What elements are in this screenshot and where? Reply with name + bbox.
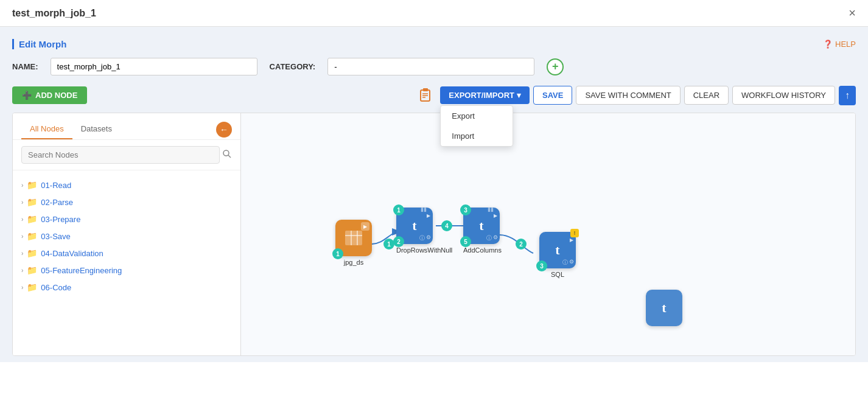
chevron-icon: › [21, 216, 23, 223]
workflow-history-button[interactable]: WORKFLOW HISTORY [732, 86, 835, 105]
list-item[interactable]: › 📁 01-Read [21, 176, 232, 194]
category-label: CATEGORY: [270, 62, 316, 71]
page-title: test_morph_job_1 [12, 8, 96, 19]
save-with-comment-button[interactable]: SAVE WITH COMMENT [576, 86, 680, 105]
node-addcols[interactable]: ▶ t 5 3 ▮▮ ⓘ ⚙ AddColumns [463, 208, 502, 254]
list-item[interactable]: › 📁 04-DataValidation [21, 245, 232, 262]
section-title: Edit Morph [12, 39, 66, 49]
list-item[interactable]: › 📁 02-Parse [21, 194, 232, 211]
svg-text:2: 2 [519, 241, 523, 248]
node-label-jpg-ds: jpg_ds [335, 259, 372, 266]
list-item[interactable]: › 📁 03-Prepare [21, 211, 232, 228]
node-label-addcols: AddColumns [463, 246, 502, 254]
folder-icon: 📁 [27, 180, 37, 190]
t-icon: t [662, 300, 666, 316]
node-list: › 📁 01-Read › 📁 02-Parse › 📁 03-Prepare … [13, 170, 240, 302]
svg-rect-1 [423, 88, 428, 91]
export-import-container: EXPORT/IMPORT ▾ Export Import [440, 86, 530, 104]
chevron-icon: › [21, 267, 23, 274]
content-area: All Nodes Datasets ← › 📁 [12, 113, 856, 356]
folder-icon: 📁 [27, 214, 37, 224]
node-item-label: 05-FeatureEngineering [41, 266, 122, 275]
add-node-button[interactable]: ➕ ADD NODE [12, 86, 87, 104]
node-item-label: 04-DataValidation [41, 249, 103, 258]
play-indicator: ▶ [494, 210, 497, 219]
edit-morph-header: Edit Morph ❓ HELP [12, 39, 856, 49]
folder-icon: 📁 [27, 265, 37, 275]
name-label: NAME: [12, 62, 38, 71]
table-icon [344, 229, 363, 246]
add-node-icon: ➕ [22, 91, 32, 100]
svg-point-5 [223, 150, 229, 156]
toolbar-row: ➕ ADD NODE EXPORT/IMPORT ▾ [12, 84, 856, 106]
chevron-icon: › [21, 199, 23, 206]
t-icon: t [412, 218, 416, 234]
folder-icon: 📁 [27, 231, 37, 241]
node-item-label: 06-Code [41, 283, 71, 292]
chevron-icon: › [21, 233, 23, 240]
upload-button[interactable]: ↑ [839, 86, 856, 105]
node-item-label: 01-Read [41, 181, 71, 190]
chevron-icon: › [21, 284, 23, 291]
play-indicator: ▶ [361, 222, 369, 231]
export-import-button[interactable]: EXPORT/IMPORT ▾ [440, 86, 530, 104]
node-label-droprows: DropRowsWithNull [396, 246, 445, 254]
chevron-icon: › [21, 250, 23, 257]
close-button[interactable]: × [849, 6, 856, 20]
collapse-sidebar-button[interactable]: ← [216, 122, 232, 138]
toolbar-right: EXPORT/IMPORT ▾ Export Import SAVE SAVE … [416, 84, 856, 106]
clear-button[interactable]: CLEAR [684, 86, 729, 105]
help-label: HELP [835, 40, 856, 49]
title-bar: test_morph_job_1 × [0, 0, 868, 27]
tab-all-nodes[interactable]: All Nodes [21, 119, 72, 139]
folder-icon: 📁 [27, 248, 37, 258]
list-item[interactable]: › 📁 05-FeatureEngineering [21, 262, 232, 279]
toolbar-left: ➕ ADD NODE [12, 86, 87, 104]
node-label-sql: SQL [539, 271, 576, 278]
search-button[interactable] [222, 149, 232, 161]
svg-line-6 [228, 155, 231, 158]
list-item[interactable]: › 📁 03-Save [21, 228, 232, 245]
node-item-label: 03-Prepare [41, 215, 80, 224]
tab-datasets[interactable]: Datasets [72, 119, 121, 139]
list-item[interactable]: › 📁 06-Code [21, 279, 232, 296]
help-icon: ❓ [823, 40, 833, 49]
form-row: NAME: CATEGORY: + [12, 58, 856, 75]
search-nodes-input[interactable] [21, 146, 220, 164]
node-droprows[interactable]: ▶ t 2 1 ⓘ ⚙ ▮▮ DropRowsWithNull [396, 208, 445, 254]
t-icon: t [479, 218, 483, 234]
svg-rect-13 [345, 231, 362, 245]
help-link[interactable]: ❓ HELP [823, 40, 856, 49]
canvas-area: 1 4 2 ▶ [241, 113, 855, 355]
add-category-button[interactable]: + [547, 58, 564, 75]
clipboard-button[interactable] [416, 84, 436, 106]
search-icon [222, 149, 232, 159]
search-box [13, 140, 240, 170]
folder-icon: 📁 [27, 282, 37, 292]
category-input[interactable] [327, 58, 534, 75]
clipboard-icon [418, 86, 434, 102]
svg-text:1: 1 [387, 241, 391, 248]
node-jpg-ds[interactable]: ▶ 1 jpg_ds [335, 220, 372, 266]
dropdown-arrow-icon: ▾ [517, 91, 521, 100]
collapse-icon: ← [220, 125, 228, 134]
export-option[interactable]: Export [441, 106, 513, 126]
node-partial[interactable]: t [646, 290, 682, 326]
export-import-dropdown: Export Import [440, 105, 513, 147]
warning-badge: ! [570, 229, 579, 237]
save-button[interactable]: SAVE [533, 86, 572, 105]
svg-text:4: 4 [445, 223, 449, 229]
sidebar: All Nodes Datasets ← › 📁 [13, 113, 241, 355]
node-sql[interactable]: ▶ t 3 ! ⓘ ⚙ SQL [539, 232, 576, 278]
chevron-icon: › [21, 182, 23, 189]
main-area: Edit Morph ❓ HELP NAME: CATEGORY: + ➕ AD… [0, 27, 868, 362]
import-option[interactable]: Import [441, 126, 513, 146]
t-icon: t [555, 242, 559, 258]
play-indicator: ▶ [427, 210, 430, 219]
name-input[interactable] [51, 58, 257, 75]
sidebar-tabs: All Nodes Datasets ← [13, 113, 240, 140]
upload-icon: ↑ [845, 90, 850, 100]
folder-icon: 📁 [27, 197, 37, 207]
node-item-label: 03-Save [41, 232, 70, 241]
svg-point-11 [516, 239, 527, 250]
